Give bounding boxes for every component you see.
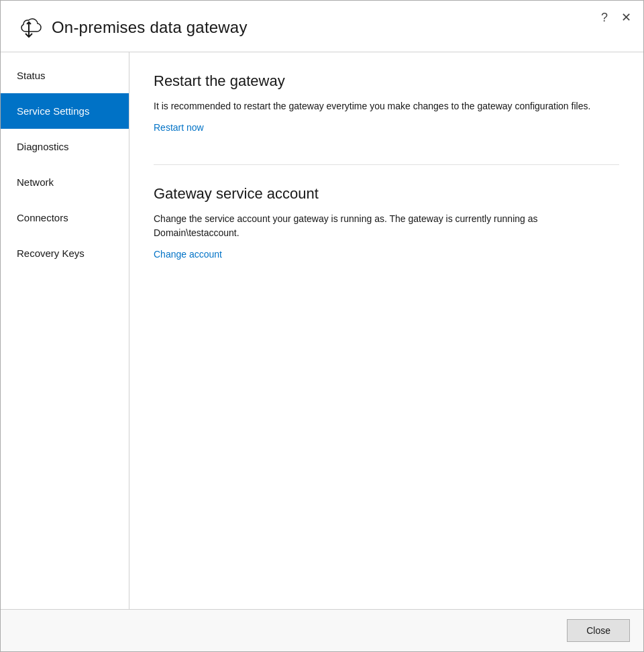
sidebar-item-connectors[interactable]: Connectors [1,200,129,235]
account-description: Change the service account your gateway … [154,212,619,240]
restart-description: It is recommended to restart the gateway… [154,99,619,113]
app-icon [14,13,44,42]
sidebar-item-service-settings[interactable]: Service Settings [1,93,129,129]
app-title: On-premises data gateway [52,18,248,37]
sidebar-item-recovery-keys[interactable]: Recovery Keys [1,235,129,271]
change-account-link[interactable]: Change account [154,249,222,260]
footer: Close [1,609,643,651]
restart-title: Restart the gateway [154,72,619,90]
content-area: Status Service Settings Diagnostics Netw… [1,52,643,609]
sidebar-item-network[interactable]: Network [1,164,129,200]
sidebar-item-status[interactable]: Status [1,58,129,93]
help-button[interactable]: ? [597,10,612,25]
section-divider [154,164,619,165]
window-controls: ? ✕ [597,10,635,25]
close-window-button[interactable]: ✕ [617,10,635,25]
restart-now-link[interactable]: Restart now [154,122,204,133]
sidebar: Status Service Settings Diagnostics Netw… [1,52,129,609]
main-panel: Restart the gateway It is recommended to… [129,52,643,609]
restart-section: Restart the gateway It is recommended to… [154,72,619,133]
account-section: Gateway service account Change the servi… [154,185,619,260]
title-bar: On-premises data gateway ? ✕ [1,1,643,52]
app-window: On-premises data gateway ? ✕ Status Serv… [0,0,644,652]
sidebar-item-diagnostics[interactable]: Diagnostics [1,129,129,164]
close-button[interactable]: Close [567,619,630,642]
account-title: Gateway service account [154,185,619,203]
